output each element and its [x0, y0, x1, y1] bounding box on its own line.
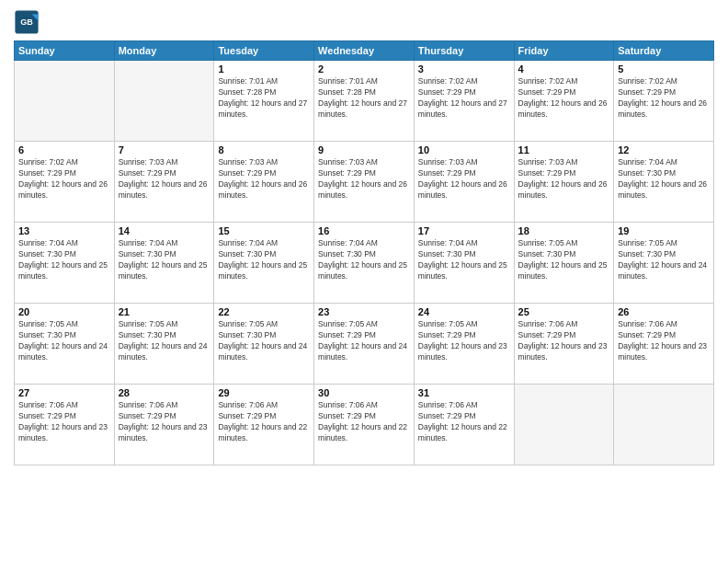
- calendar-cell: 28Sunrise: 7:06 AMSunset: 7:29 PMDayligh…: [114, 385, 214, 465]
- day-number: 26: [618, 306, 710, 317]
- day-info: Sunrise: 7:06 AMSunset: 7:29 PMDaylight:…: [218, 400, 310, 444]
- day-info: Sunrise: 7:05 AMSunset: 7:29 PMDaylight:…: [418, 319, 510, 363]
- day-info: Sunrise: 7:06 AMSunset: 7:29 PMDaylight:…: [18, 400, 110, 444]
- calendar-cell: 30Sunrise: 7:06 AMSunset: 7:29 PMDayligh…: [314, 385, 415, 465]
- day-number: 1: [218, 63, 310, 75]
- day-info: Sunrise: 7:06 AMSunset: 7:29 PMDaylight:…: [618, 319, 710, 363]
- day-info: Sunrise: 7:01 AMSunset: 7:28 PMDaylight:…: [318, 76, 410, 121]
- calendar-cell: 3Sunrise: 7:02 AMSunset: 7:29 PMDaylight…: [414, 61, 514, 142]
- weekday-header-wednesday: Wednesday: [314, 41, 415, 61]
- weekday-header-saturday: Saturday: [614, 41, 714, 61]
- day-number: 18: [518, 225, 610, 236]
- logo-icon: GB: [14, 9, 40, 35]
- day-number: 29: [218, 387, 310, 398]
- day-number: 21: [119, 306, 210, 317]
- header: GB: [14, 9, 714, 35]
- day-info: Sunrise: 7:02 AMSunset: 7:29 PMDaylight:…: [418, 76, 510, 121]
- day-number: 4: [518, 63, 610, 75]
- day-info: Sunrise: 7:06 AMSunset: 7:29 PMDaylight:…: [318, 400, 410, 444]
- day-number: 28: [119, 387, 210, 398]
- calendar-cell: 14Sunrise: 7:04 AMSunset: 7:30 PMDayligh…: [114, 223, 214, 304]
- calendar-cell: 16Sunrise: 7:04 AMSunset: 7:30 PMDayligh…: [314, 223, 415, 304]
- day-number: 5: [618, 63, 710, 75]
- calendar-cell: 22Sunrise: 7:05 AMSunset: 7:30 PMDayligh…: [214, 304, 314, 385]
- calendar-cell: [15, 61, 115, 142]
- calendar-cell: 8Sunrise: 7:03 AMSunset: 7:29 PMDaylight…: [214, 142, 314, 223]
- calendar-cell: [114, 61, 214, 142]
- calendar-cell: 25Sunrise: 7:06 AMSunset: 7:29 PMDayligh…: [514, 304, 614, 385]
- day-info: Sunrise: 7:02 AMSunset: 7:29 PMDaylight:…: [18, 157, 110, 201]
- day-info: Sunrise: 7:04 AMSunset: 7:30 PMDaylight:…: [618, 157, 710, 201]
- day-info: Sunrise: 7:03 AMSunset: 7:29 PMDaylight:…: [218, 157, 310, 201]
- day-info: Sunrise: 7:04 AMSunset: 7:30 PMDaylight:…: [119, 238, 210, 282]
- weekday-header-tuesday: Tuesday: [214, 41, 314, 61]
- day-info: Sunrise: 7:03 AMSunset: 7:29 PMDaylight:…: [518, 157, 610, 201]
- calendar-cell: 2Sunrise: 7:01 AMSunset: 7:28 PMDaylight…: [314, 61, 415, 142]
- day-number: 17: [418, 225, 510, 236]
- calendar-cell: 13Sunrise: 7:04 AMSunset: 7:30 PMDayligh…: [15, 223, 115, 304]
- day-number: 25: [518, 306, 610, 317]
- calendar-week-1: 6Sunrise: 7:02 AMSunset: 7:29 PMDaylight…: [15, 142, 714, 223]
- day-info: Sunrise: 7:03 AMSunset: 7:29 PMDaylight:…: [318, 157, 410, 201]
- day-info: Sunrise: 7:06 AMSunset: 7:29 PMDaylight:…: [119, 400, 210, 444]
- calendar-cell: 1Sunrise: 7:01 AMSunset: 7:28 PMDaylight…: [214, 61, 314, 142]
- calendar-cell: 7Sunrise: 7:03 AMSunset: 7:29 PMDaylight…: [114, 142, 214, 223]
- day-info: Sunrise: 7:04 AMSunset: 7:30 PMDaylight:…: [218, 238, 310, 282]
- weekday-header-monday: Monday: [114, 41, 214, 61]
- day-number: 3: [418, 63, 510, 75]
- day-number: 10: [418, 144, 510, 155]
- day-info: Sunrise: 7:06 AMSunset: 7:29 PMDaylight:…: [418, 400, 510, 444]
- calendar-week-2: 13Sunrise: 7:04 AMSunset: 7:30 PMDayligh…: [15, 223, 714, 304]
- weekday-header-friday: Friday: [514, 41, 614, 61]
- calendar-cell: 6Sunrise: 7:02 AMSunset: 7:29 PMDaylight…: [15, 142, 115, 223]
- day-number: 13: [18, 225, 110, 236]
- calendar-cell: 4Sunrise: 7:02 AMSunset: 7:29 PMDaylight…: [514, 61, 614, 142]
- day-info: Sunrise: 7:06 AMSunset: 7:29 PMDaylight:…: [518, 319, 610, 363]
- calendar-cell: 17Sunrise: 7:04 AMSunset: 7:30 PMDayligh…: [414, 223, 514, 304]
- day-info: Sunrise: 7:05 AMSunset: 7:29 PMDaylight:…: [318, 319, 410, 363]
- day-number: 30: [318, 387, 410, 398]
- day-number: 20: [18, 306, 110, 317]
- calendar-table: SundayMondayTuesdayWednesdayThursdayFrid…: [14, 40, 714, 465]
- calendar-cell: 15Sunrise: 7:04 AMSunset: 7:30 PMDayligh…: [214, 223, 314, 304]
- day-info: Sunrise: 7:04 AMSunset: 7:30 PMDaylight:…: [418, 238, 510, 282]
- day-info: Sunrise: 7:05 AMSunset: 7:30 PMDaylight:…: [218, 319, 310, 363]
- calendar-cell: [514, 385, 614, 465]
- logo: GB: [14, 9, 41, 35]
- calendar-cell: 23Sunrise: 7:05 AMSunset: 7:29 PMDayligh…: [314, 304, 415, 385]
- weekday-header-sunday: Sunday: [15, 41, 115, 61]
- calendar-week-3: 20Sunrise: 7:05 AMSunset: 7:30 PMDayligh…: [15, 304, 714, 385]
- svg-text:GB: GB: [20, 17, 33, 27]
- calendar-cell: 5Sunrise: 7:02 AMSunset: 7:29 PMDaylight…: [614, 61, 714, 142]
- calendar-cell: 24Sunrise: 7:05 AMSunset: 7:29 PMDayligh…: [414, 304, 514, 385]
- day-info: Sunrise: 7:02 AMSunset: 7:29 PMDaylight:…: [618, 76, 710, 121]
- day-number: 11: [518, 144, 610, 155]
- calendar-cell: 11Sunrise: 7:03 AMSunset: 7:29 PMDayligh…: [514, 142, 614, 223]
- calendar-cell: 18Sunrise: 7:05 AMSunset: 7:30 PMDayligh…: [514, 223, 614, 304]
- day-number: 2: [318, 63, 410, 75]
- day-number: 23: [318, 306, 410, 317]
- weekday-header-row: SundayMondayTuesdayWednesdayThursdayFrid…: [15, 41, 714, 61]
- day-info: Sunrise: 7:01 AMSunset: 7:28 PMDaylight:…: [218, 76, 310, 121]
- day-info: Sunrise: 7:04 AMSunset: 7:30 PMDaylight:…: [18, 238, 110, 282]
- day-info: Sunrise: 7:03 AMSunset: 7:29 PMDaylight:…: [119, 157, 210, 201]
- day-number: 16: [318, 225, 410, 236]
- day-number: 12: [618, 144, 710, 155]
- calendar-cell: 21Sunrise: 7:05 AMSunset: 7:30 PMDayligh…: [114, 304, 214, 385]
- calendar-cell: 29Sunrise: 7:06 AMSunset: 7:29 PMDayligh…: [214, 385, 314, 465]
- day-number: 19: [618, 225, 710, 236]
- day-number: 31: [418, 387, 510, 398]
- day-number: 27: [18, 387, 110, 398]
- day-number: 15: [218, 225, 310, 236]
- day-number: 9: [318, 144, 410, 155]
- day-info: Sunrise: 7:05 AMSunset: 7:30 PMDaylight:…: [618, 238, 710, 282]
- calendar-cell: 10Sunrise: 7:03 AMSunset: 7:29 PMDayligh…: [414, 142, 514, 223]
- page: GB SundayMondayTuesdayWednesdayThursdayF…: [0, 0, 728, 563]
- day-number: 14: [119, 225, 210, 236]
- day-number: 22: [218, 306, 310, 317]
- day-number: 8: [218, 144, 310, 155]
- day-info: Sunrise: 7:05 AMSunset: 7:30 PMDaylight:…: [119, 319, 210, 363]
- calendar-cell: 19Sunrise: 7:05 AMSunset: 7:30 PMDayligh…: [614, 223, 714, 304]
- calendar-cell: [614, 385, 714, 465]
- day-number: 7: [119, 144, 210, 155]
